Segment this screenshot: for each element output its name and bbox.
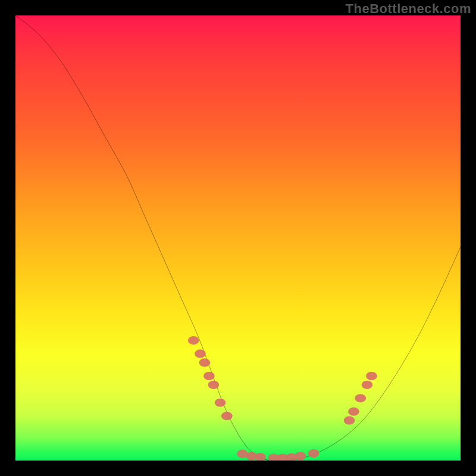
marker-dot bbox=[203, 372, 215, 380]
marker-dot bbox=[195, 349, 206, 358]
marker-dot bbox=[308, 449, 320, 458]
marker-dot bbox=[344, 416, 355, 425]
marker-dot bbox=[355, 394, 366, 402]
curve-path bbox=[15, 15, 461, 461]
chart-root: TheBottleneck.com bbox=[0, 0, 476, 476]
marker-dot bbox=[348, 408, 359, 416]
marker-dot bbox=[221, 412, 233, 420]
marker-dot bbox=[295, 452, 306, 460]
marker-dots bbox=[188, 336, 377, 461]
marker-dot bbox=[215, 399, 226, 407]
curve-layer bbox=[15, 15, 461, 461]
marker-dot bbox=[362, 381, 373, 389]
marker-dot bbox=[208, 381, 220, 389]
marker-dot bbox=[255, 453, 266, 461]
marker-dot bbox=[188, 336, 199, 345]
marker-dot bbox=[199, 358, 211, 367]
watermark-text: TheBottleneck.com bbox=[346, 1, 471, 17]
plot-area bbox=[15, 15, 461, 461]
marker-dot bbox=[366, 372, 377, 380]
